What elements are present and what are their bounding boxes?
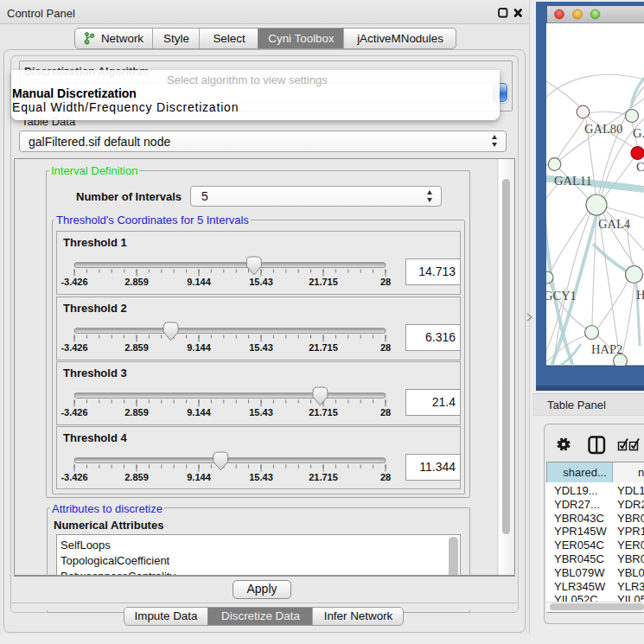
svg-text:15.43: 15.43 [249, 472, 273, 482]
svg-text:C: C [636, 160, 644, 174]
svg-text:21.715: 21.715 [309, 277, 338, 287]
svg-text:H: H [636, 288, 644, 302]
svg-text:2.859: 2.859 [124, 277, 149, 287]
svg-text:9.144: 9.144 [187, 277, 211, 287]
svg-text:GAL80: GAL80 [584, 122, 622, 136]
svg-text:GCY1: GCY1 [544, 289, 577, 303]
svg-text:21.715: 21.715 [309, 407, 338, 418]
svg-text:-3.426: -3.426 [61, 277, 87, 287]
svg-text:9.144: 9.144 [187, 342, 211, 353]
svg-text:-3.426: -3.426 [61, 407, 87, 418]
svg-text:15.43: 15.43 [249, 277, 273, 287]
svg-text:9.144: 9.144 [187, 472, 211, 482]
svg-text:2.859: 2.859 [124, 407, 149, 418]
svg-text:9.144: 9.144 [187, 407, 211, 418]
svg-text:15.43: 15.43 [249, 407, 273, 418]
svg-text:28: 28 [380, 342, 391, 353]
svg-text:GAL4: GAL4 [598, 217, 631, 231]
svg-text:HAP2: HAP2 [591, 342, 622, 356]
svg-text:21.715: 21.715 [309, 472, 338, 482]
svg-text:28: 28 [380, 472, 391, 482]
svg-text:15.43: 15.43 [249, 342, 273, 353]
svg-text:2.859: 2.859 [124, 342, 149, 353]
svg-text:28: 28 [380, 407, 391, 418]
svg-text:GAL11: GAL11 [554, 174, 592, 188]
svg-text:-3.426: -3.426 [61, 472, 87, 482]
svg-text:-3.426: -3.426 [61, 342, 87, 353]
svg-text:28: 28 [380, 277, 391, 287]
svg-text:21.715: 21.715 [309, 342, 338, 353]
svg-text:G.: G. [633, 126, 644, 140]
svg-text:2.859: 2.859 [124, 472, 149, 482]
